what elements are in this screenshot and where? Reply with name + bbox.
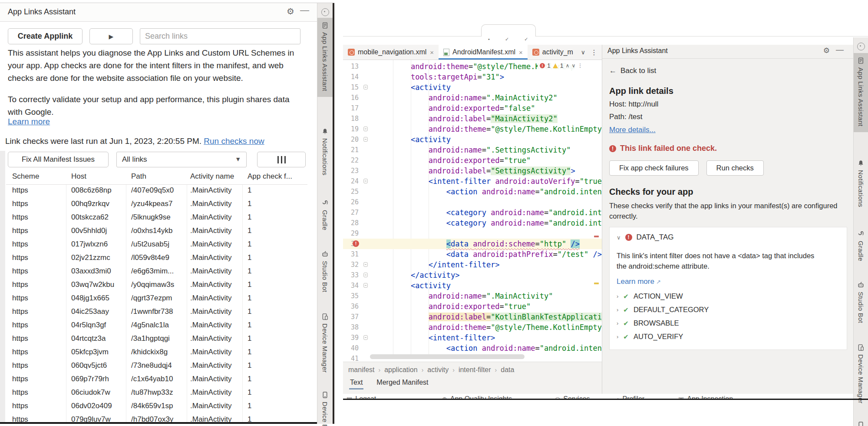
- table-row[interactable]: https079g9luv7w/h7bd07ox3y.MainActivity1: [6, 413, 307, 424]
- minimize-icon[interactable]: —: [836, 45, 844, 54]
- table-row[interactable]: https069p7r79rh/c1x64yab10.MainActivity1: [6, 373, 307, 387]
- code-line[interactable]: 25 <action android:name="android.intent.…: [343, 186, 602, 197]
- sidebar-item-studio-bot[interactable]: Studio Bot: [317, 246, 333, 298]
- panel-options-icon[interactable]: [321, 8, 329, 16]
- fold-icon[interactable]: [363, 179, 368, 183]
- tab-merged-manifest[interactable]: Merged Manifest: [376, 379, 429, 389]
- learn-more-link[interactable]: Learn more: [8, 117, 50, 126]
- code-line[interactable]: 20 <activity: [343, 134, 602, 145]
- code-line[interactable]: 19 android:theme="@style/Theme.KotlinEmp…: [343, 124, 602, 134]
- sidebar-item-notifications[interactable]: Notifications: [854, 156, 868, 213]
- editor-tab-androidmanifest-xml[interactable]: AndroidManifest.xml×: [439, 45, 528, 60]
- run-checks-now-link[interactable]: Run checks now: [204, 136, 264, 146]
- code-line[interactable]: 22 android:exported="true": [343, 155, 602, 166]
- columns-settings-button[interactable]: [257, 152, 306, 167]
- table-row[interactable]: https03wq7w2kbu/y0qqimaw3s.MainActivity1: [6, 279, 307, 293]
- code-line[interactable]: 27 <category android:name="android.inten…: [343, 207, 602, 218]
- previous-issue-icon[interactable]: ∧: [566, 63, 570, 69]
- fold-icon[interactable]: [363, 126, 368, 131]
- fold-icon[interactable]: [363, 262, 368, 267]
- scrollbar-track[interactable]: [0, 151, 5, 424]
- data-tag-check-row[interactable]: ∨ ! DATA_TAG: [617, 233, 840, 242]
- code-line[interactable]: 26: [343, 197, 602, 207]
- code-line[interactable]: 15 <activity: [343, 82, 602, 93]
- more-details-link[interactable]: More details...: [609, 126, 656, 134]
- error-bulb-icon[interactable]: !: [353, 240, 359, 247]
- breadcrumb-item[interactable]: application: [384, 366, 418, 373]
- table-row[interactable]: https02jv21zzmc/l059v8t4e9.MainActivity1: [6, 252, 307, 266]
- table-row[interactable]: https06ciudok7w/tu87hwp33z.MainActivity1: [6, 386, 307, 400]
- sidebar-item-device-explorer[interactable]: Device Explorer: [854, 417, 868, 426]
- code-line[interactable]: 33 </activity>: [343, 270, 602, 280]
- table-header-row[interactable]: SchemeHostPathActivity nameApp check f..…: [6, 170, 307, 185]
- code-line[interactable]: 38 android:theme="@style/Theme.KotlinEmp…: [343, 322, 602, 333]
- fold-icon[interactable]: [363, 335, 368, 340]
- table-row[interactable]: https008c6z68np/407e09q5x0.MainActivity1: [6, 184, 307, 198]
- code-line[interactable]: 24 <intent-filter android:autoVerify="tr…: [343, 176, 602, 186]
- back-to-list-link[interactable]: ←Back to list: [609, 67, 853, 75]
- code-line[interactable]: 32 </intent-filter>: [343, 260, 602, 270]
- column-header[interactable]: Activity name: [190, 172, 234, 181]
- editor-tab-mobile_navigation-xml[interactable]: mobile_navigation.xml×: [343, 45, 439, 60]
- check-row-action_view[interactable]: ›✔ACTION_VIEW: [617, 290, 840, 303]
- inspections-menu-icon[interactable]: ⋮: [578, 63, 583, 69]
- breadcrumb-item[interactable]: manifest: [348, 366, 374, 373]
- run-button[interactable]: ▶: [89, 28, 133, 44]
- code-line[interactable]: 29: [343, 228, 602, 239]
- table-row[interactable]: https00v5hhld0j/o0xhs14ykb.MainActivity1: [6, 225, 307, 239]
- code-line[interactable]: 17 android:exported="false": [343, 103, 602, 113]
- warning-stripe-mark[interactable]: [594, 283, 599, 284]
- close-icon[interactable]: ×: [519, 49, 523, 56]
- table-row[interactable]: https04ic253aay/1wwnfbr738.MainActivity1: [6, 306, 307, 320]
- links-filter-dropdown[interactable]: All links ▼: [116, 152, 247, 167]
- code-line[interactable]: 31 <data android:pathPrefix="/test" />: [343, 249, 602, 260]
- inspections-widget[interactable]: ! 1 1 ∧ ∨ ⋮: [538, 60, 585, 71]
- code-line[interactable]: 16 android:name=".MainActivity2": [343, 93, 602, 103]
- run-checks-button[interactable]: Run checks: [706, 160, 764, 176]
- table-row[interactable]: https06dv02o409/84k659v1sp.MainActivity1: [6, 400, 307, 414]
- table-row[interactable]: https05kfcp3jvm/khidckix8g.MainActivity1: [6, 346, 307, 360]
- fix-all-manifest-issues-button[interactable]: Fix All Manifest Issues: [8, 152, 109, 167]
- horizontal-scrollbar[interactable]: [370, 354, 525, 359]
- panel-options-icon[interactable]: [857, 43, 865, 50]
- code-line[interactable]: 40 <action android:name="android.intent.…: [343, 343, 602, 353]
- code-line[interactable]: 21 android:name=".SettingsActivity": [343, 145, 602, 155]
- code-line[interactable]: 14 tools:targetApi="31">: [343, 72, 602, 82]
- code-line[interactable]: 34 <activity: [343, 280, 602, 291]
- fix-app-check-failures-button[interactable]: Fix app check failures: [609, 160, 699, 176]
- table-row[interactable]: https060qv5jct6/73ne8udqj4.MainActivity1: [6, 359, 307, 373]
- code-line[interactable]: 18 android:label="MainActivity2": [343, 113, 602, 124]
- error-stripe-mark[interactable]: [594, 236, 599, 237]
- breadcrumb-item[interactable]: intent-filter: [459, 366, 491, 373]
- gear-icon[interactable]: ⚙: [823, 46, 830, 55]
- table-row[interactable]: https017jwlxzn6/u5t2usab5j.MainActivity1: [6, 238, 307, 252]
- editor-tab-activity_m[interactable]: activity_m: [528, 45, 578, 60]
- sidebar-item-device-manager[interactable]: Device Manager: [317, 309, 333, 378]
- code-line[interactable]: 28 <category android:name="android.inten…: [343, 218, 602, 228]
- sidebar-item-gradle[interactable]: Gradle: [317, 196, 333, 236]
- hidden-tabs-icon[interactable]: ∨: [581, 49, 585, 56]
- table-row[interactable]: https00hq9zrkqv/yzu4kpeas7.MainActivity1: [6, 198, 307, 212]
- sidebar-item-notifications[interactable]: Notifications: [317, 124, 333, 181]
- code-line[interactable]: 23 android:label="SettingsActivity">: [343, 166, 602, 176]
- sidebar-item-app-links-assistant[interactable]: App Links Assistant: [854, 53, 868, 132]
- table-row[interactable]: https04r5lqn3gf/4g5nalc1la.MainActivity1: [6, 319, 307, 333]
- code-line[interactable]: 36 android:exported="true": [343, 301, 602, 312]
- check-row-browsable[interactable]: ›✔BROWSABLE: [617, 316, 840, 330]
- sidebar-item-device-explorer[interactable]: Device Explorer: [317, 387, 333, 426]
- create-applink-button[interactable]: Create Applink: [8, 28, 83, 44]
- code-line[interactable]: 39 <intent-filter>: [343, 333, 602, 343]
- fold-icon[interactable]: [363, 273, 368, 277]
- sidebar-item-gradle[interactable]: Gradle: [854, 226, 868, 267]
- check-row-default_category[interactable]: ›✔DEFAULT_CATEGORY: [617, 303, 840, 316]
- fold-icon[interactable]: [363, 85, 368, 90]
- sidebar-item-studio-bot[interactable]: Studio Bot: [854, 277, 868, 329]
- sidebar-item-app-links-assistant[interactable]: App Links Assistant: [317, 18, 333, 97]
- minimize-icon[interactable]: —: [300, 5, 309, 15]
- table-row[interactable]: https04rtcqtz3a/3a1hgptqgi.MainActivity1: [6, 333, 307, 346]
- breadcrumb-item[interactable]: activity: [427, 366, 449, 373]
- close-icon[interactable]: ×: [430, 49, 434, 56]
- gear-icon[interactable]: ⚙: [287, 6, 294, 17]
- tab-options-icon[interactable]: ⋮: [591, 48, 597, 57]
- search-links-input[interactable]: [140, 28, 300, 44]
